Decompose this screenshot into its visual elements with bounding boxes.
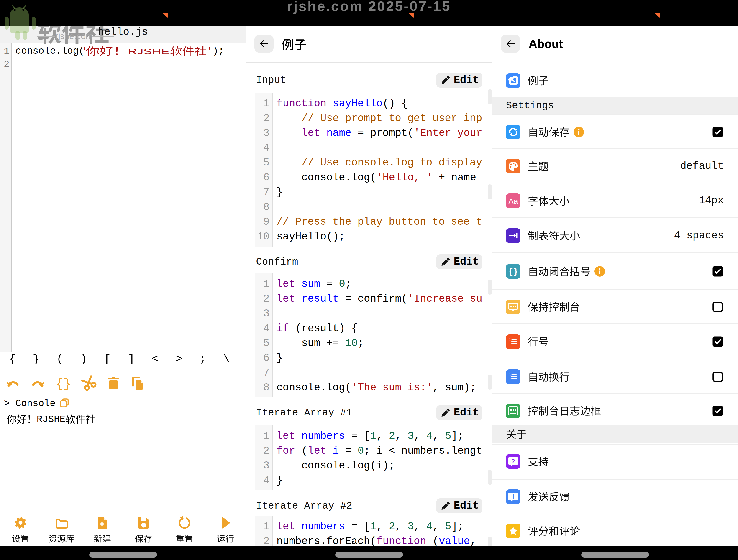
svg-text:?: ?: [511, 458, 515, 465]
svg-text:{}: {}: [508, 267, 518, 276]
svg-text:3: 3: [509, 377, 511, 380]
svg-text:3: 3: [509, 342, 511, 345]
svg-text:Aa: Aa: [508, 197, 518, 205]
